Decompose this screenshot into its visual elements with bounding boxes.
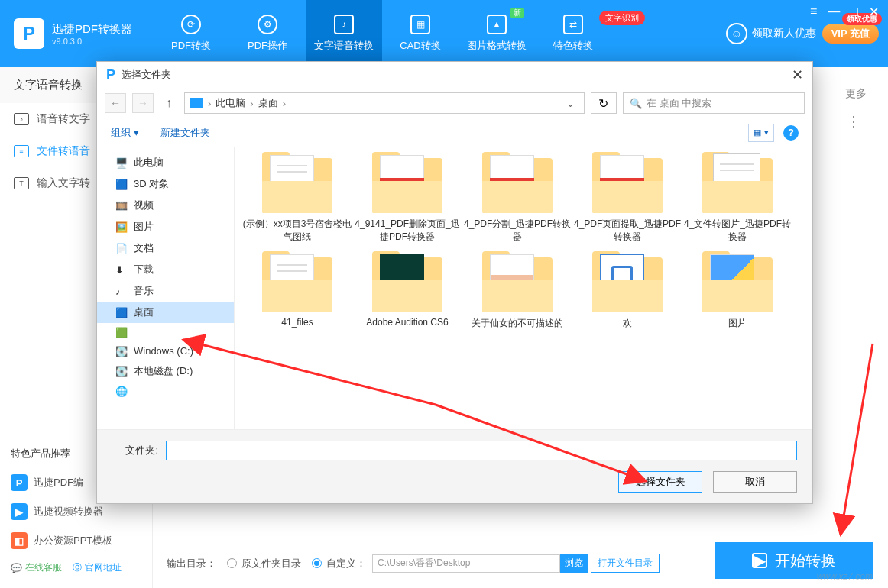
app-title: 迅捷PDF转换器 — [52, 22, 132, 37]
menu-icon[interactable]: ≡ — [810, 5, 817, 19]
file-label: 4_PDF页面提取_迅捷PDF转换器 — [572, 218, 682, 244]
promo-icon: ◧ — [11, 532, 28, 549]
output-path-input[interactable] — [372, 554, 560, 573]
promo-ppt[interactable]: ◧办公资源PPT模板 — [0, 526, 152, 555]
tree-item[interactable]: 💽本地磁盘 (D:) — [97, 360, 234, 382]
refresh-icon[interactable]: ↻ — [591, 92, 617, 114]
tree-item[interactable]: 🌐 — [97, 382, 234, 400]
file-item[interactable]: Adobe Audition CS6 — [352, 257, 462, 330]
file-item[interactable]: 41_files — [242, 257, 352, 330]
tree-item[interactable]: 🖥️此电脑 — [97, 152, 234, 173]
tree-item[interactable]: ♪音乐 — [97, 280, 234, 302]
nav-back-icon[interactable]: ← — [105, 93, 126, 113]
dialog-titlebar: P 选择文件夹 ✕ — [97, 62, 812, 88]
promo-icon: ▶ — [11, 503, 28, 520]
tree-item[interactable]: ⬇下载 — [97, 259, 234, 280]
app-version: v9.0.3.0 — [52, 37, 132, 46]
doc-icon: 📄 — [115, 243, 128, 254]
file-item[interactable]: PDF4_9141_PDF删除页面_迅捷PDF转换器 — [352, 158, 462, 244]
net-icon: 🌐 — [115, 386, 128, 396]
cs-link[interactable]: 💬在线客服 — [11, 561, 62, 574]
ie-icon: ⓔ — [73, 561, 82, 574]
radio-original-label: 原文件夹目录 — [241, 557, 301, 570]
view-mode-button[interactable]: ▦ ▾ — [748, 124, 774, 142]
user-icon: ☺ — [726, 23, 747, 44]
file-item[interactable]: PDF4_PDF页面提取_迅捷PDF转换器 — [572, 158, 682, 244]
minimize-icon[interactable]: — — [828, 5, 840, 19]
new-folder-button[interactable]: 新建文件夹 — [160, 126, 210, 140]
file-grid: (示例）xx项目3号宿舍楼电气图纸PDF4_9141_PDF删除页面_迅捷PDF… — [235, 147, 812, 429]
tab-image[interactable]: ▲图片格式转换新 — [459, 0, 535, 67]
mus-icon: ♪ — [115, 286, 128, 296]
tree-item[interactable]: 🎞️视频 — [97, 195, 234, 216]
breadcrumb[interactable]: › 此电脑 › 桌面 › ⌄ — [184, 92, 585, 114]
select-folder-button[interactable]: 选择文件夹 — [618, 471, 702, 493]
iqy-icon: 🟩 — [115, 327, 128, 338]
browse-button[interactable]: 浏览 — [560, 554, 588, 573]
open-folder-button[interactable]: 打开文件目录 — [591, 554, 660, 573]
organize-menu[interactable]: 组织 ▾ — [111, 126, 139, 140]
maximize-icon[interactable]: □ — [851, 5, 858, 19]
more-menu-icon[interactable]: ⋮ — [847, 113, 862, 130]
radio-original[interactable] — [227, 558, 237, 568]
help-icon[interactable]: ? — [783, 125, 799, 141]
logo-area: P 迅捷PDF转换器 v9.0.3.0 — [0, 18, 153, 49]
nav-forward-icon[interactable]: → — [132, 93, 154, 113]
file-item[interactable]: PDF4_PDF分割_迅捷PDF转换器 — [462, 158, 572, 244]
tree-item[interactable]: 🟦桌面 — [97, 302, 234, 323]
dialog-app-icon: P — [106, 67, 115, 83]
speech-icon: ♪ — [14, 113, 29, 125]
file-label: Adobe Audition CS6 — [366, 317, 448, 328]
file-item[interactable]: 图片 — [682, 257, 792, 330]
more-link[interactable]: 更多 — [845, 87, 867, 101]
tab-text-speech[interactable]: ♪文字语音转换 — [306, 0, 382, 67]
file-speech-icon: ≡ — [14, 145, 29, 157]
file-item[interactable]: 4_文件转图片_迅捷PDF转换器 — [682, 158, 792, 244]
file-label: 4_PDF分割_迅捷PDF转换器 — [462, 218, 572, 244]
promo-icon: P — [11, 474, 28, 491]
file-item[interactable]: 关于仙女的不可描述的 — [462, 257, 572, 330]
site-link[interactable]: ⓔ官网地址 — [73, 561, 122, 574]
file-label: 41_files — [281, 317, 313, 328]
folder-name-input[interactable] — [166, 441, 797, 460]
tab-cad[interactable]: ▦CAD转换 — [382, 0, 459, 67]
tree-item[interactable]: 🖼️图片 — [97, 216, 234, 237]
tree-item[interactable]: 📄文档 — [97, 237, 234, 259]
app-logo-icon: P — [14, 18, 44, 49]
file-item[interactable]: (示例）xx项目3号宿舍楼电气图纸 — [242, 158, 352, 244]
drive-icon: 💽 — [115, 366, 128, 376]
cancel-button[interactable]: 取消 — [713, 471, 797, 493]
file-item[interactable]: 欢 — [572, 257, 682, 330]
monitor-icon — [190, 98, 203, 108]
tab-pdf-ops[interactable]: ⚙PDF操作 — [229, 0, 306, 67]
radio-custom[interactable] — [312, 558, 322, 568]
tree-item[interactable]: 🟩 — [97, 323, 234, 341]
badge-new: 新 — [510, 8, 524, 18]
chat-icon: 💬 — [11, 563, 22, 573]
search-input[interactable]: 🔍 在 桌面 中搜索 — [623, 92, 805, 114]
search-placeholder: 在 桌面 中搜索 — [647, 96, 711, 110]
vip-button[interactable]: VIP 充值 领取优惠 — [822, 24, 879, 44]
tab-special[interactable]: ⇄特色转换 — [535, 0, 611, 67]
nav-up-icon[interactable]: ↑ — [160, 93, 178, 113]
tree-item[interactable]: 🟦3D 对象 — [97, 173, 234, 195]
tree-item[interactable]: 💽Windows (C:) — [97, 341, 234, 360]
window-controls: ≡ — □ ✕ — [810, 5, 879, 19]
text-recognition-badge[interactable]: 文字识别 — [599, 11, 645, 25]
close-icon[interactable]: ✕ — [869, 5, 879, 19]
folder-field-label: 文件夹: — [112, 444, 158, 457]
main-tabs: ⟳PDF转换 ⚙PDF操作 ♪文字语音转换 ▦CAD转换 ▲图片格式转换新 ⇄特… — [153, 0, 611, 67]
bc-root[interactable]: 此电脑 — [216, 96, 245, 110]
dialog-toolbar: 组织 ▾ 新建文件夹 ▦ ▾ ? — [97, 118, 812, 147]
vid-icon: 🎞️ — [115, 200, 128, 211]
drive-icon: 💽 — [115, 346, 128, 357]
bc-leaf[interactable]: 桌面 — [258, 96, 278, 110]
newcomer-link[interactable]: ☺ 领取新人优惠 — [726, 23, 816, 44]
file-label: (示例）xx项目3号宿舍楼电气图纸 — [242, 218, 352, 244]
chevron-down-icon[interactable]: ⌄ — [562, 98, 579, 109]
dl-icon: ⬇ — [115, 264, 128, 275]
output-label: 输出目录： — [167, 557, 216, 570]
tab-pdf-convert[interactable]: ⟳PDF转换 — [153, 0, 229, 67]
3d-icon: 🟦 — [115, 179, 128, 189]
dialog-close-icon[interactable]: ✕ — [792, 66, 803, 83]
